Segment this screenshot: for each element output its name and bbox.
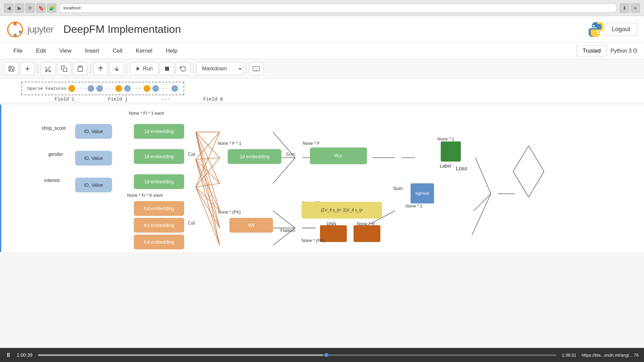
loss-label: Loss <box>456 166 467 172</box>
refresh-button[interactable]: ⟳ <box>25 3 35 13</box>
flattern-label: Flattern <box>280 228 295 233</box>
logout-button[interactable]: Logout <box>605 23 637 36</box>
add-cell-button[interactable] <box>20 62 35 75</box>
jupyter-header: jupyter DeepFM Implementation Logout <box>0 16 644 43</box>
progress-bar[interactable] <box>38 354 556 356</box>
menu-file[interactable]: File <box>7 45 29 57</box>
svg-line-36 <box>196 158 220 187</box>
current-time: 1:00:39 <box>17 352 33 358</box>
status-bar: ⏸ 1:00:39 1:38:31 https://bla...sndn.ml/… <box>0 348 644 362</box>
play-pause-button[interactable]: ⏸ <box>5 352 11 359</box>
svg-line-39 <box>196 132 220 228</box>
add-icon <box>24 65 31 72</box>
kd-emb-2: Kd embedding <box>134 218 184 233</box>
home-button[interactable]: 🔖 <box>36 3 46 13</box>
fm-formula-node: (ΣV_if x_i)²- Σ(V_if x_i)² <box>302 202 382 219</box>
copy-button[interactable] <box>57 62 71 75</box>
python-logo-icon <box>587 21 605 38</box>
label-text-below: Label <box>440 163 451 169</box>
vx-node: VX <box>229 218 273 233</box>
svg-line-61 <box>472 194 491 235</box>
menu-edit[interactable]: Edit <box>29 45 52 57</box>
svg-line-12 <box>46 69 48 70</box>
sum-label-1: Sum <box>286 152 296 157</box>
none-fi-k-each-label: None * Fi * K each <box>127 193 163 198</box>
svg-line-33 <box>196 158 220 160</box>
stop-button[interactable] <box>160 62 174 75</box>
menu-cell[interactable]: Cell <box>106 45 129 57</box>
trusted-button[interactable]: Trusted <box>576 46 607 56</box>
svg-line-63 <box>529 146 544 172</box>
svg-line-10 <box>46 67 47 69</box>
svg-line-42 <box>196 160 220 228</box>
restart-icon <box>180 65 186 72</box>
menu-help[interactable]: Help <box>159 45 184 57</box>
svg-line-64 <box>529 172 544 197</box>
keyboard-button[interactable] <box>249 62 264 75</box>
none-h-label: None * H <box>357 221 375 226</box>
progress-fill <box>38 354 323 356</box>
kernel-indicator: Python 3 O <box>610 48 637 54</box>
svg-line-41 <box>196 160 220 211</box>
menu-kernel[interactable]: Kernel <box>129 45 159 57</box>
none-f-label: None * F <box>303 141 320 146</box>
kd-emb-1: Kd embedding <box>134 201 184 216</box>
svg-line-65 <box>513 172 529 197</box>
sigmoid-node: sigmoid <box>411 183 434 203</box>
forward-button[interactable]: ▶ <box>15 3 24 13</box>
svg-line-43 <box>196 160 220 245</box>
arrow-down-icon <box>113 65 120 72</box>
none-fk-label: None * (FK) <box>218 209 241 215</box>
run-button[interactable]: Run <box>130 62 158 75</box>
svg-line-34 <box>196 160 220 184</box>
field-m-label: Field m <box>203 97 223 102</box>
svg-point-9 <box>49 70 51 72</box>
save-icon <box>8 65 15 72</box>
svg-line-40 <box>196 132 220 245</box>
arrow-up-icon <box>97 65 104 72</box>
gender-node: ID, Value <box>75 151 112 166</box>
svg-line-32 <box>196 132 220 160</box>
svg-rect-14 <box>79 66 82 67</box>
menu-insert[interactable]: Insert <box>78 45 106 57</box>
paste-button[interactable] <box>73 62 88 75</box>
cut-button[interactable] <box>41 62 55 75</box>
1d-emb-1: 1d embedding <box>134 124 184 139</box>
svg-rect-18 <box>165 67 169 71</box>
download-button[interactable]: ⬇ <box>620 3 629 13</box>
menu-view[interactable]: View <box>53 45 78 57</box>
deepfm-cell: shop_score ID, Value gender ID, Value in… <box>0 105 644 252</box>
cat-label-1: Cat <box>188 152 195 157</box>
save-button[interactable] <box>4 62 19 75</box>
run-icon <box>136 66 141 71</box>
restart-button[interactable] <box>176 62 191 75</box>
run-label: Run <box>143 66 153 72</box>
gender-label: gender <box>48 152 63 157</box>
copy-icon <box>61 65 67 72</box>
extensions-button[interactable]: 🧩 <box>47 3 56 13</box>
svg-line-38 <box>196 132 220 211</box>
none-fk-bottom-label: None * (FK) <box>302 238 325 243</box>
url-bar[interactable]: localhost <box>59 3 617 13</box>
jupyter-logo: jupyter <box>7 21 53 38</box>
move-up-button[interactable] <box>93 62 108 75</box>
back-button[interactable]: ◀ <box>4 3 13 13</box>
notebook-title[interactable]: DeepFM Implementation <box>63 23 587 36</box>
svg-line-30 <box>196 132 220 158</box>
svg-line-44 <box>196 187 220 211</box>
toolbar: Run Markdown <box>0 59 644 78</box>
cell-type-select[interactable]: Markdown <box>196 62 243 75</box>
none-1-label: None * 1 <box>437 136 454 141</box>
progress-dot <box>324 353 328 357</box>
none-fi-1-each-label: None * Fi * 1 each <box>129 111 164 116</box>
cat-label-2: Cat <box>188 220 195 226</box>
svg-line-11 <box>48 66 51 69</box>
browser-chrome: ◀ ▶ ⟳ 🔖 🧩 localhost ⬇ ≡ <box>0 0 644 16</box>
svg-line-31 <box>196 132 220 183</box>
menu-button[interactable]: ≡ <box>631 3 640 13</box>
status-right-time: 1:38:31 <box>562 353 576 358</box>
label-node <box>441 141 461 162</box>
move-down-button[interactable] <box>109 62 124 75</box>
wx-node: Wixi <box>310 147 367 164</box>
svg-point-4 <box>593 25 594 26</box>
